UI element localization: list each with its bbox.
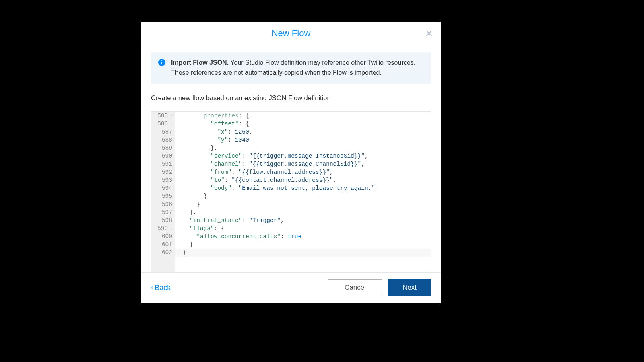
code-line: "x": 1260, <box>175 128 431 136</box>
code-line: "y": 1040 <box>175 136 431 144</box>
line-number: 598 <box>155 216 172 224</box>
cancel-button[interactable]: Cancel <box>328 279 382 296</box>
code-line: "allow_concurrent_calls": true <box>175 232 431 241</box>
modal-footer: ‹ Back Cancel Next <box>141 272 441 303</box>
line-number: 593 <box>155 176 172 184</box>
line-number: 596 <box>155 200 172 208</box>
code-line: ], <box>175 208 431 216</box>
next-button[interactable]: Next <box>388 279 431 296</box>
line-number: 590 <box>155 152 172 160</box>
line-number: 588 <box>155 136 172 144</box>
code-line: "from": "{{flow.channel.address}}", <box>175 168 431 176</box>
line-number: 589 <box>155 144 172 152</box>
code-line: "to": "{{contact.channel.address}}", <box>175 176 431 184</box>
description-text: Create a new flow based on an existing J… <box>151 94 431 102</box>
modal-body: i Import Flow JSON. Your Studio Flow def… <box>141 45 441 272</box>
line-number: 601 <box>155 241 172 249</box>
code-line: }, <box>175 144 431 152</box>
code-line: "flags": { <box>175 224 431 232</box>
code-line: properties: { <box>175 112 431 120</box>
editor-code[interactable]: properties: { "offset": { "x": 1260, "y"… <box>175 112 431 272</box>
line-number: 599 <box>155 224 172 232</box>
editor-gutter: 5855865875885895905915925935945955965975… <box>151 112 175 272</box>
line-number: 587 <box>155 128 172 136</box>
code-line: "initial_state": "Trigger", <box>175 216 431 224</box>
back-label: Back <box>155 284 171 292</box>
close-button[interactable] <box>425 29 433 38</box>
line-number: 595 <box>155 192 172 200</box>
chevron-left-icon: ‹ <box>151 284 153 291</box>
code-line: "body": "Email was not sent, please try … <box>175 184 431 192</box>
close-icon <box>425 29 433 38</box>
code-line: "channel": "{{trigger.message.ChannelSid… <box>175 160 431 168</box>
line-number: 591 <box>155 160 172 168</box>
json-editor[interactable]: 5855865875885895905915925935945955965975… <box>151 111 431 272</box>
line-number: 602 <box>155 249 172 257</box>
info-heading: Import Flow JSON. <box>171 59 229 66</box>
line-number: 586 <box>155 120 172 128</box>
code-line: } <box>175 200 431 208</box>
back-button[interactable]: ‹ Back <box>151 284 171 292</box>
code-line: } <box>175 249 431 257</box>
line-number: 597 <box>155 208 172 216</box>
modal-title: New Flow <box>272 28 311 39</box>
line-number: 594 <box>155 184 172 192</box>
code-line: "service": "{{trigger.message.InstanceSi… <box>175 152 431 160</box>
info-text: Import Flow JSON. Your Studio Flow defin… <box>171 58 424 78</box>
new-flow-modal: New Flow i Import Flow JSON. Your Studio… <box>141 22 441 303</box>
info-icon: i <box>158 59 165 66</box>
line-number: 592 <box>155 168 172 176</box>
code-line: } <box>175 241 431 249</box>
code-line: } <box>175 192 431 200</box>
line-number: 600 <box>155 232 172 241</box>
info-banner: i Import Flow JSON. Your Studio Flow def… <box>151 52 431 84</box>
line-number: 585 <box>155 112 172 120</box>
modal-header: New Flow <box>141 22 441 45</box>
code-line: "offset": { <box>175 120 431 128</box>
